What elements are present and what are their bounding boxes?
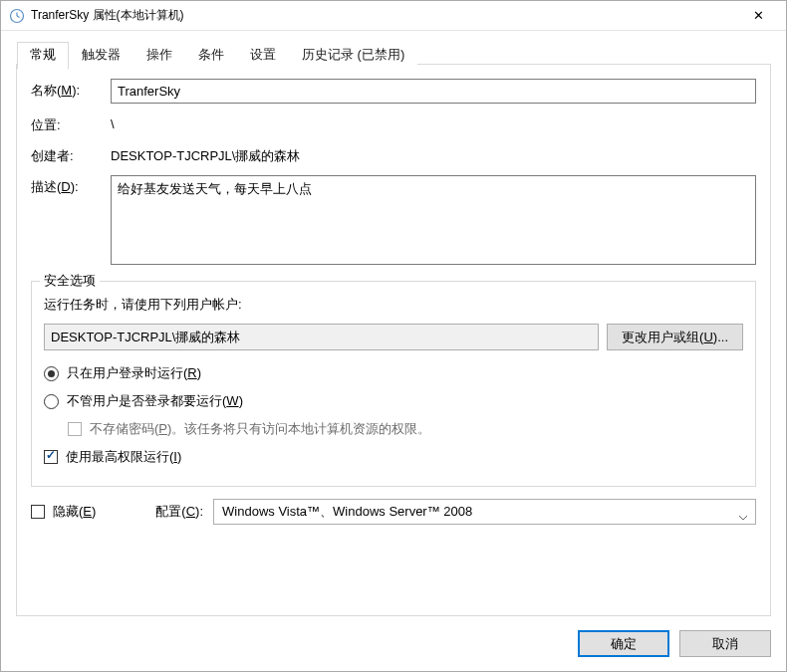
row-name: 名称(M): bbox=[31, 79, 756, 104]
content-area: 常规 触发器 操作 条件 设置 历史记录 (已禁用) 名称(M): 位置: \ … bbox=[1, 31, 786, 671]
tab-panel: 常规 触发器 操作 条件 设置 历史记录 (已禁用) 名称(M): 位置: \ … bbox=[16, 64, 771, 616]
description-label: 描述(D): bbox=[31, 175, 111, 196]
checkbox-highest-priv[interactable]: 使用最高权限运行(I) bbox=[44, 448, 743, 466]
tab-general[interactable]: 常规 bbox=[17, 42, 69, 70]
security-groupbox: 安全选项 运行任务时，请使用下列用户帐户: DESKTOP-TJCRPJL\挪威… bbox=[31, 281, 756, 487]
radio-logged-on[interactable]: 只在用户登录时运行(R) bbox=[44, 364, 743, 382]
cancel-button[interactable]: 取消 bbox=[679, 630, 771, 657]
dialog-footer: 确定 取消 bbox=[16, 616, 771, 659]
titlebar: TranferSky 属性(本地计算机) ✕ bbox=[1, 1, 786, 31]
properties-window: TranferSky 属性(本地计算机) ✕ 常规 触发器 操作 条件 设置 历… bbox=[0, 0, 787, 672]
checkbox-icon bbox=[44, 450, 58, 464]
row-description: 描述(D): bbox=[31, 175, 756, 265]
radio-icon bbox=[44, 366, 59, 381]
bottom-row: 隐藏(E) 配置(C): Windows Vista™、Windows Serv… bbox=[31, 499, 756, 525]
change-user-button[interactable]: 更改用户或组(U)... bbox=[607, 324, 743, 350]
tab-strip: 常规 触发器 操作 条件 设置 历史记录 (已禁用) bbox=[17, 42, 417, 69]
config-select[interactable]: Windows Vista™、Windows Server™ 2008 bbox=[213, 499, 756, 525]
row-location: 位置: \ bbox=[31, 113, 756, 134]
description-textarea[interactable] bbox=[111, 175, 756, 265]
account-row: DESKTOP-TJCRPJL\挪威的森林 更改用户或组(U)... bbox=[44, 324, 743, 350]
run-as-label: 运行任务时，请使用下列用户帐户: bbox=[44, 296, 743, 314]
tab-history[interactable]: 历史记录 (已禁用) bbox=[289, 42, 417, 69]
window-title: TranferSky 属性(本地计算机) bbox=[31, 7, 738, 24]
checkbox-hidden[interactable]: 隐藏(E) bbox=[31, 503, 96, 521]
tab-body-general: 名称(M): 位置: \ 创建者: DESKTOP-TJCRPJL\挪威的森林 … bbox=[17, 65, 770, 615]
close-button[interactable]: ✕ bbox=[738, 8, 778, 23]
account-value: DESKTOP-TJCRPJL\挪威的森林 bbox=[44, 324, 599, 350]
config-label: 配置(C): bbox=[155, 503, 203, 521]
checkbox-icon bbox=[31, 505, 45, 519]
author-label: 创建者: bbox=[31, 144, 111, 165]
name-input[interactable] bbox=[111, 79, 756, 104]
config-select-value: Windows Vista™、Windows Server™ 2008 bbox=[222, 504, 472, 519]
author-value: DESKTOP-TJCRPJL\挪威的森林 bbox=[111, 144, 300, 165]
tab-conditions[interactable]: 条件 bbox=[185, 42, 237, 69]
checkbox-no-password: 不存储密码(P)。该任务将只有访问本地计算机资源的权限。 bbox=[68, 420, 743, 438]
location-value: \ bbox=[111, 113, 115, 131]
radio-icon bbox=[44, 394, 59, 409]
clock-icon bbox=[9, 8, 25, 24]
name-label: 名称(M): bbox=[31, 79, 111, 100]
tab-actions[interactable]: 操作 bbox=[133, 42, 185, 69]
radio-any-user[interactable]: 不管用户是否登录都要运行(W) bbox=[44, 392, 743, 410]
location-label: 位置: bbox=[31, 113, 111, 134]
svg-line-2 bbox=[17, 16, 20, 18]
security-legend: 安全选项 bbox=[40, 272, 100, 290]
tab-settings[interactable]: 设置 bbox=[237, 42, 289, 69]
chevron-down-icon bbox=[739, 509, 747, 514]
ok-button[interactable]: 确定 bbox=[578, 630, 669, 657]
tab-triggers[interactable]: 触发器 bbox=[69, 42, 133, 69]
checkbox-icon bbox=[68, 422, 82, 436]
row-author: 创建者: DESKTOP-TJCRPJL\挪威的森林 bbox=[31, 144, 756, 165]
